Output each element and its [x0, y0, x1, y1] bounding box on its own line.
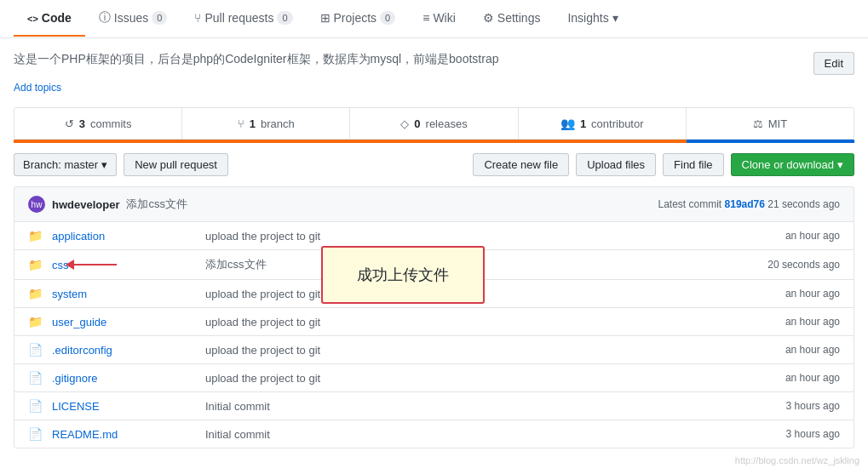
stat-license[interactable]: MIT [687, 108, 854, 139]
commit-author: hw hwdeveloper 添加css文件 [28, 196, 187, 213]
nav-wiki-label: Wiki [433, 11, 455, 25]
commits-icon [65, 117, 74, 130]
file-commit: upload the project to git [205, 316, 738, 328]
file-name: .editorconfig [52, 344, 205, 357]
file-name: system [52, 288, 205, 300]
nav-projects[interactable]: Projects 0 [307, 1, 410, 37]
projects-badge: 0 [380, 11, 395, 25]
top-nav: Code Issues 0 Pull requests 0 Projects 0… [0, 0, 868, 38]
branches-label: branch [261, 117, 295, 130]
file-link[interactable]: LICENSE [52, 400, 100, 413]
branches-count: 1 [250, 117, 256, 130]
nav-code-label: Code [42, 11, 72, 25]
file-icon [28, 371, 45, 385]
folder-icon [28, 287, 45, 300]
pr-badge: 0 [277, 11, 292, 25]
projects-icon [320, 11, 331, 25]
file-link[interactable]: .editorconfig [52, 344, 112, 357]
nav-projects-label: Projects [334, 11, 377, 25]
branch-selector[interactable]: Branch: master ▾ [14, 153, 117, 176]
file-time: an hour ago [738, 344, 840, 356]
nav-insights[interactable]: Insights [554, 1, 631, 37]
nav-issues[interactable]: Issues 0 [85, 0, 181, 37]
file-link[interactable]: application [52, 230, 105, 243]
watermark: http://blog.csdn.net/wz_jskling [735, 455, 859, 462]
commit-prefix: Latest commit [658, 198, 722, 210]
new-pr-button[interactable]: New pull request [124, 153, 228, 176]
clone-button-label: Clone or download [742, 158, 834, 171]
file-icon [28, 343, 45, 357]
file-link[interactable]: .gitignore [52, 372, 97, 385]
file-commit: Initial commit [205, 400, 738, 413]
description-row: 这是一个PHP框架的项目，后台是php的CodeIgniter框架，数据库为my… [14, 52, 854, 75]
progress-bar [14, 140, 854, 143]
clone-chevron-icon: ▾ [837, 158, 843, 171]
red-arrow [66, 260, 117, 270]
repo-description: 这是一个PHP框架的项目，后台是php的CodeIgniter框架，数据库为my… [14, 52, 813, 67]
table-row: .gitignore upload the project to git an … [14, 364, 854, 392]
file-icon [28, 427, 45, 441]
file-name: LICENSE [52, 400, 205, 413]
toolbar-right: Create new file Upload files Find file C… [473, 153, 854, 176]
commit-author-name[interactable]: hwdeveloper [52, 198, 119, 211]
file-time: an hour ago [738, 288, 840, 300]
commit-hash[interactable]: 819ad76 [725, 198, 765, 210]
nav-settings[interactable]: Settings [469, 1, 555, 37]
file-name: .gitignore [52, 372, 205, 385]
license-label: MIT [768, 117, 787, 130]
contributors-label: contributor [591, 117, 643, 130]
find-file-button[interactable]: Find file [663, 153, 724, 176]
arrow-head-icon [66, 260, 74, 270]
file-link[interactable]: user_guide [52, 316, 106, 328]
table-row: user_guide upload the project to git an … [14, 308, 854, 336]
stat-releases[interactable]: 0 releases [350, 108, 518, 139]
contributors-icon [560, 117, 575, 130]
stat-commits[interactable]: 3 commits [14, 108, 182, 139]
branch-label: Branch: master [23, 158, 98, 171]
releases-label: releases [426, 117, 468, 130]
tooltip-text: 成功上传文件 [357, 266, 449, 283]
commits-label: commits [90, 117, 131, 130]
stats-bar: 3 commits 1 branch 0 releases 1 contribu… [14, 107, 854, 140]
file-commit: Initial commit [205, 428, 738, 441]
file-link[interactable]: README.md [52, 428, 118, 441]
nav-issues-label: Issues [114, 11, 148, 25]
file-name: README.md [52, 428, 205, 441]
file-commit: upload the project to git [205, 372, 738, 385]
nav-pr-label: Pull requests [204, 11, 273, 25]
toolbar-left: Branch: master ▾ New pull request [14, 153, 466, 176]
table-row: .editorconfig upload the project to git … [14, 336, 854, 364]
contributors-count: 1 [580, 117, 586, 130]
commit-message: 添加css文件 [126, 197, 187, 212]
nav-settings-label: Settings [497, 11, 541, 25]
file-name: application [52, 230, 205, 243]
upload-files-button[interactable]: Upload files [576, 153, 656, 176]
commit-row: hw hwdeveloper 添加css文件 Latest commit 819… [14, 186, 854, 221]
avatar-text: hw [32, 200, 43, 209]
edit-button[interactable]: Edit [813, 52, 854, 75]
settings-icon [483, 11, 494, 25]
folder-icon [28, 315, 45, 328]
issues-badge: 0 [152, 11, 167, 25]
main-content: 这是一个PHP框架的项目，后台是php的CodeIgniter框架，数据库为my… [0, 38, 868, 462]
nav-wiki[interactable]: Wiki [409, 1, 469, 37]
add-topics-link[interactable]: Add topics [14, 82, 854, 94]
toolbar: Branch: master ▾ New pull request Create… [14, 143, 854, 186]
file-table: application upload the project to git an… [14, 221, 854, 448]
table-row: LICENSE Initial commit 3 hours ago [14, 392, 854, 420]
clone-button[interactable]: Clone or download ▾ [731, 153, 854, 176]
file-time-css: 20 seconds ago [738, 259, 840, 271]
branch-icon [238, 117, 244, 130]
progress-orange [14, 140, 687, 143]
create-file-button[interactable]: Create new file [473, 153, 569, 176]
stat-branches[interactable]: 1 branch [182, 108, 350, 139]
nav-code[interactable]: Code [14, 1, 85, 37]
stat-contributors[interactable]: 1 contributor [519, 108, 687, 139]
releases-count: 0 [414, 117, 420, 130]
file-commit: upload the project to git [205, 344, 738, 357]
nav-pr[interactable]: Pull requests 0 [181, 1, 306, 37]
file-link[interactable]: system [52, 288, 87, 300]
file-time: an hour ago [738, 230, 840, 242]
commit-time: 21 seconds ago [767, 198, 840, 210]
nav-insights-label: Insights [567, 11, 608, 25]
